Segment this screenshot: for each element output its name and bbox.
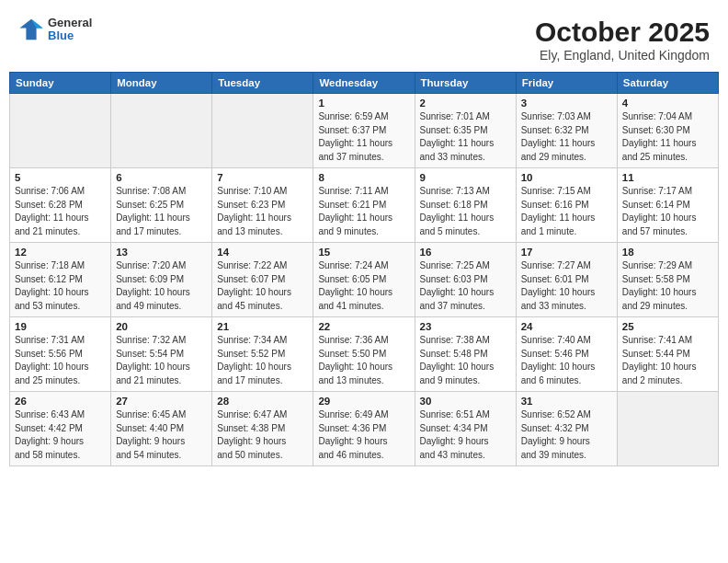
day-of-week-header: Wednesday bbox=[313, 73, 415, 94]
calendar-cell: 9Sunrise: 7:13 AMSunset: 6:18 PMDaylight… bbox=[415, 168, 516, 243]
day-info: Sunrise: 6:47 AMSunset: 4:38 PMDaylight:… bbox=[217, 408, 308, 462]
day-number: 29 bbox=[318, 396, 409, 407]
page-header: General Blue October 2025 Ely, England, … bbox=[9, 9, 719, 66]
calendar-week-row: 5Sunrise: 7:06 AMSunset: 6:28 PMDaylight… bbox=[10, 168, 719, 243]
day-of-week-header: Monday bbox=[111, 73, 212, 94]
day-info: Sunrise: 7:13 AMSunset: 6:18 PMDaylight:… bbox=[420, 185, 511, 238]
day-info: Sunrise: 7:03 AMSunset: 6:32 PMDaylight:… bbox=[521, 110, 612, 164]
calendar-cell: 28Sunrise: 6:47 AMSunset: 4:38 PMDayligh… bbox=[212, 392, 313, 466]
calendar-cell bbox=[212, 94, 313, 168]
day-info: Sunrise: 7:11 AMSunset: 6:21 PMDaylight:… bbox=[318, 185, 409, 238]
calendar-week-row: 26Sunrise: 6:43 AMSunset: 4:42 PMDayligh… bbox=[10, 392, 719, 466]
day-number: 10 bbox=[521, 172, 612, 183]
calendar-week-row: 12Sunrise: 7:18 AMSunset: 6:12 PMDayligh… bbox=[10, 243, 719, 317]
day-number: 9 bbox=[420, 172, 511, 183]
day-number: 19 bbox=[15, 321, 106, 332]
day-number: 23 bbox=[420, 321, 511, 332]
title-block: October 2025 Ely, England, United Kingdo… bbox=[535, 17, 710, 63]
logo-blue-text: Blue bbox=[48, 29, 92, 42]
calendar-cell: 29Sunrise: 6:49 AMSunset: 4:36 PMDayligh… bbox=[313, 392, 415, 466]
day-number: 13 bbox=[116, 247, 207, 258]
day-info: Sunrise: 7:32 AMSunset: 5:54 PMDaylight:… bbox=[116, 334, 207, 387]
calendar-week-row: 19Sunrise: 7:31 AMSunset: 5:56 PMDayligh… bbox=[10, 317, 719, 392]
day-number: 31 bbox=[521, 396, 612, 407]
day-info: Sunrise: 7:10 AMSunset: 6:23 PMDaylight:… bbox=[217, 185, 308, 238]
day-number: 8 bbox=[318, 172, 409, 183]
day-info: Sunrise: 7:17 AMSunset: 6:14 PMDaylight:… bbox=[622, 185, 713, 238]
calendar-cell bbox=[617, 392, 718, 466]
day-number: 30 bbox=[420, 396, 511, 407]
calendar-cell: 17Sunrise: 7:27 AMSunset: 6:01 PMDayligh… bbox=[516, 243, 617, 317]
day-info: Sunrise: 7:01 AMSunset: 6:35 PMDaylight:… bbox=[420, 110, 511, 164]
day-number: 2 bbox=[420, 98, 511, 109]
day-info: Sunrise: 7:24 AMSunset: 6:05 PMDaylight:… bbox=[318, 259, 409, 313]
location-subtitle: Ely, England, United Kingdom bbox=[535, 48, 710, 63]
day-number: 14 bbox=[217, 247, 308, 258]
day-info: Sunrise: 7:25 AMSunset: 6:03 PMDaylight:… bbox=[420, 259, 511, 313]
day-info: Sunrise: 7:29 AMSunset: 5:58 PMDaylight:… bbox=[622, 259, 713, 313]
day-number: 1 bbox=[318, 98, 409, 109]
day-info: Sunrise: 6:45 AMSunset: 4:40 PMDaylight:… bbox=[116, 408, 207, 462]
calendar-cell: 6Sunrise: 7:08 AMSunset: 6:25 PMDaylight… bbox=[111, 168, 212, 243]
day-number: 27 bbox=[116, 396, 207, 407]
day-number: 25 bbox=[622, 321, 713, 332]
day-of-week-header: Thursday bbox=[415, 73, 516, 94]
calendar-cell: 3Sunrise: 7:03 AMSunset: 6:32 PMDaylight… bbox=[516, 94, 617, 168]
day-number: 15 bbox=[318, 247, 409, 258]
day-number: 16 bbox=[420, 247, 511, 258]
day-info: Sunrise: 7:27 AMSunset: 6:01 PMDaylight:… bbox=[521, 259, 612, 313]
day-info: Sunrise: 7:41 AMSunset: 5:44 PMDaylight:… bbox=[622, 334, 713, 387]
calendar-cell: 5Sunrise: 7:06 AMSunset: 6:28 PMDaylight… bbox=[10, 168, 111, 243]
calendar-cell: 25Sunrise: 7:41 AMSunset: 5:44 PMDayligh… bbox=[617, 317, 718, 392]
calendar-cell: 31Sunrise: 6:52 AMSunset: 4:32 PMDayligh… bbox=[516, 392, 617, 466]
day-number: 7 bbox=[217, 172, 308, 183]
days-header-row: SundayMondayTuesdayWednesdayThursdayFrid… bbox=[10, 73, 719, 94]
calendar-cell: 23Sunrise: 7:38 AMSunset: 5:48 PMDayligh… bbox=[415, 317, 516, 392]
day-info: Sunrise: 6:59 AMSunset: 6:37 PMDaylight:… bbox=[318, 110, 409, 164]
day-info: Sunrise: 6:52 AMSunset: 4:32 PMDaylight:… bbox=[521, 408, 612, 462]
logo: General Blue bbox=[18, 17, 92, 43]
day-number: 20 bbox=[116, 321, 207, 332]
day-number: 24 bbox=[521, 321, 612, 332]
svg-marker-0 bbox=[19, 19, 42, 40]
calendar-cell: 15Sunrise: 7:24 AMSunset: 6:05 PMDayligh… bbox=[313, 243, 415, 317]
calendar-cell: 1Sunrise: 6:59 AMSunset: 6:37 PMDaylight… bbox=[313, 94, 415, 168]
calendar-week-row: 1Sunrise: 6:59 AMSunset: 6:37 PMDaylight… bbox=[10, 94, 719, 168]
calendar-cell: 4Sunrise: 7:04 AMSunset: 6:30 PMDaylight… bbox=[617, 94, 718, 168]
calendar-cell: 27Sunrise: 6:45 AMSunset: 4:40 PMDayligh… bbox=[111, 392, 212, 466]
day-info: Sunrise: 7:36 AMSunset: 5:50 PMDaylight:… bbox=[318, 334, 409, 387]
month-title: October 2025 bbox=[535, 17, 710, 48]
calendar-cell: 7Sunrise: 7:10 AMSunset: 6:23 PMDaylight… bbox=[212, 168, 313, 243]
day-info: Sunrise: 6:51 AMSunset: 4:34 PMDaylight:… bbox=[420, 408, 511, 462]
calendar-cell: 21Sunrise: 7:34 AMSunset: 5:52 PMDayligh… bbox=[212, 317, 313, 392]
day-of-week-header: Tuesday bbox=[212, 73, 313, 94]
day-number: 26 bbox=[15, 396, 106, 407]
day-number: 18 bbox=[622, 247, 713, 258]
day-info: Sunrise: 7:38 AMSunset: 5:48 PMDaylight:… bbox=[420, 334, 511, 387]
calendar-cell: 11Sunrise: 7:17 AMSunset: 6:14 PMDayligh… bbox=[617, 168, 718, 243]
calendar-cell: 2Sunrise: 7:01 AMSunset: 6:35 PMDaylight… bbox=[415, 94, 516, 168]
calendar-cell: 18Sunrise: 7:29 AMSunset: 5:58 PMDayligh… bbox=[617, 243, 718, 317]
logo-general-text: General bbox=[48, 17, 92, 29]
day-info: Sunrise: 7:31 AMSunset: 5:56 PMDaylight:… bbox=[15, 334, 106, 387]
day-info: Sunrise: 7:15 AMSunset: 6:16 PMDaylight:… bbox=[521, 185, 612, 238]
logo-text: General Blue bbox=[48, 17, 92, 43]
day-of-week-header: Sunday bbox=[10, 73, 111, 94]
day-number: 3 bbox=[521, 98, 612, 109]
calendar-cell: 10Sunrise: 7:15 AMSunset: 6:16 PMDayligh… bbox=[516, 168, 617, 243]
calendar-cell: 14Sunrise: 7:22 AMSunset: 6:07 PMDayligh… bbox=[212, 243, 313, 317]
calendar-cell bbox=[10, 94, 111, 168]
calendar-cell: 16Sunrise: 7:25 AMSunset: 6:03 PMDayligh… bbox=[415, 243, 516, 317]
calendar-cell: 19Sunrise: 7:31 AMSunset: 5:56 PMDayligh… bbox=[10, 317, 111, 392]
day-number: 4 bbox=[622, 98, 713, 109]
day-of-week-header: Saturday bbox=[617, 73, 718, 94]
day-number: 28 bbox=[217, 396, 308, 407]
day-info: Sunrise: 7:34 AMSunset: 5:52 PMDaylight:… bbox=[217, 334, 308, 387]
calendar-cell: 30Sunrise: 6:51 AMSunset: 4:34 PMDayligh… bbox=[415, 392, 516, 466]
calendar-cell: 8Sunrise: 7:11 AMSunset: 6:21 PMDaylight… bbox=[313, 168, 415, 243]
calendar-table: SundayMondayTuesdayWednesdayThursdayFrid… bbox=[9, 72, 719, 466]
day-of-week-header: Friday bbox=[516, 73, 617, 94]
day-number: 6 bbox=[116, 172, 207, 183]
calendar-cell bbox=[111, 94, 212, 168]
day-info: Sunrise: 7:18 AMSunset: 6:12 PMDaylight:… bbox=[15, 259, 106, 313]
